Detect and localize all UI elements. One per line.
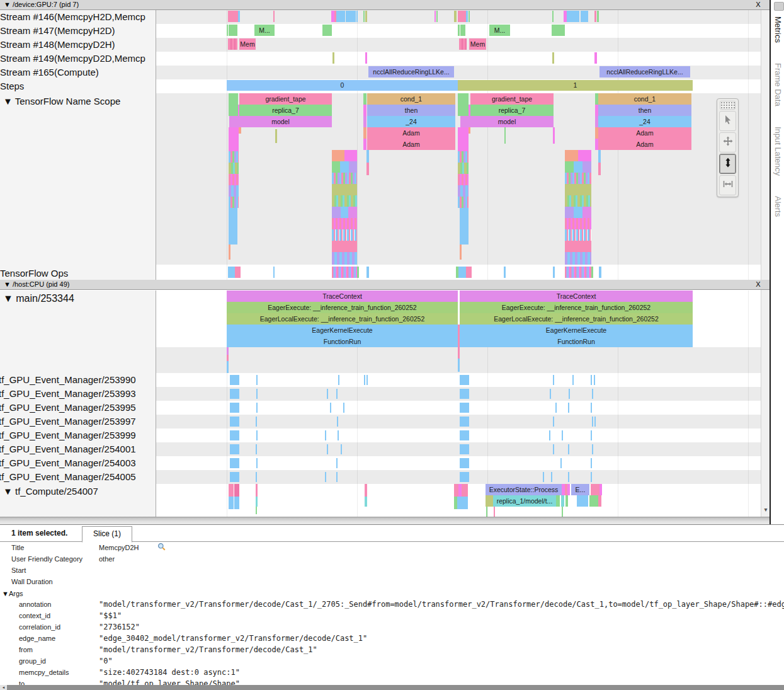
trace-slice[interactable] (230, 403, 239, 413)
trace-slice[interactable] (565, 161, 574, 173)
sidebar-tab-frame-data[interactable]: Frame Data (771, 63, 784, 106)
trace-slice[interactable] (229, 25, 237, 36)
trace-slice[interactable] (332, 150, 344, 161)
trace-slice[interactable]: EagerExecute: __inference_train_function… (460, 302, 693, 313)
trace-slice[interactable] (256, 497, 258, 507)
trace-slice[interactable] (460, 417, 469, 427)
trace-slice[interactable] (567, 484, 570, 495)
trace-slice[interactable] (332, 173, 357, 184)
trace-slice[interactable] (230, 417, 239, 427)
trace-slice[interactable] (459, 38, 467, 50)
trace-slice[interactable] (460, 403, 469, 413)
trace-slice[interactable]: FunctionRun (460, 336, 693, 347)
trace-slice[interactable] (565, 150, 578, 161)
trace-slice[interactable] (552, 11, 554, 22)
trace-slice[interactable] (330, 403, 331, 413)
trace-slice[interactable] (582, 161, 591, 173)
trace-slice[interactable] (594, 417, 596, 427)
trace-slice[interactable]: Mem (469, 38, 486, 50)
trace-slice[interactable] (227, 347, 229, 355)
trace-slice[interactable]: M... (489, 25, 510, 36)
trace-slice[interactable] (322, 25, 332, 36)
trace-slice[interactable] (336, 472, 338, 482)
trace-slice[interactable] (592, 444, 593, 454)
magnifier-icon[interactable] (157, 543, 166, 552)
scrollbar-thumb[interactable] (7, 685, 784, 690)
trace-slice[interactable] (543, 472, 544, 482)
trace-slice[interactable] (238, 11, 240, 22)
trace-slice[interactable] (486, 507, 487, 517)
trace-slice[interactable] (229, 151, 239, 163)
trace-slice[interactable] (348, 207, 357, 218)
trace-slice[interactable] (332, 267, 357, 278)
trace-slice[interactable] (458, 359, 460, 372)
trace-slice[interactable] (494, 507, 495, 517)
trace-slice[interactable]: Adam (367, 127, 455, 139)
trace-slice[interactable]: _24 (598, 116, 691, 127)
trace-slice[interactable] (336, 458, 338, 468)
trace-slice[interactable] (364, 375, 365, 385)
trace-slice[interactable] (486, 495, 493, 507)
trace-slice[interactable] (553, 267, 555, 278)
trace-slice[interactable] (460, 458, 469, 468)
trace-slice[interactable] (598, 163, 601, 175)
trace-slice[interactable] (591, 472, 592, 482)
trace-slice[interactable]: FunctionRun (227, 336, 458, 347)
sidebar-tab-input-latency[interactable]: Input Latency (771, 127, 784, 176)
trace-slice[interactable] (332, 161, 340, 173)
selection-tool-button[interactable] (719, 111, 736, 131)
trace-slice[interactable] (365, 484, 367, 497)
trace-slice[interactable] (325, 430, 326, 440)
trace-slice[interactable] (229, 244, 230, 260)
trace-slice[interactable]: gradient_tape (470, 93, 554, 105)
trace-slice[interactable] (275, 129, 277, 143)
trace-slice[interactable] (591, 267, 593, 278)
trace-slice[interactable] (234, 497, 239, 509)
trace-slice[interactable] (256, 417, 257, 427)
trace-slice[interactable]: M... (254, 25, 275, 36)
trace-slice[interactable] (469, 127, 470, 134)
trace-slice[interactable] (568, 403, 569, 413)
trace-slice[interactable] (363, 105, 366, 116)
gpu-section-header[interactable]: ▼ /device:GPU:7 (pid 7) X (0, 0, 770, 10)
trace-slice[interactable] (340, 161, 349, 173)
bottom-horizontal-scrollbar[interactable]: ◂ (0, 685, 784, 690)
trace-slice[interactable] (332, 52, 334, 64)
trace-slice[interactable] (460, 444, 469, 454)
trace-slice[interactable] (504, 267, 506, 278)
trace-slice[interactable] (332, 184, 357, 195)
trace-slice[interactable] (234, 484, 239, 497)
trace-slice[interactable]: Adam (367, 139, 455, 150)
trace-slice[interactable] (591, 430, 592, 440)
trace-slice[interactable] (562, 430, 563, 440)
trace-slice[interactable] (592, 389, 593, 399)
trace-slice[interactable] (569, 389, 570, 399)
trace-slice[interactable] (273, 11, 275, 22)
trace-slice[interactable]: then (367, 105, 455, 116)
trace-slice[interactable] (458, 151, 469, 163)
trace-slice[interactable] (227, 361, 229, 373)
trace-slice[interactable] (256, 444, 257, 454)
trace-slice[interactable] (553, 444, 554, 454)
trace-slice[interactable] (332, 218, 357, 229)
trace-slice[interactable] (332, 195, 357, 207)
trace-slice[interactable] (460, 375, 469, 385)
trace-slice[interactable] (556, 495, 560, 507)
trace-slice[interactable] (229, 185, 239, 197)
trace-slice[interactable] (336, 389, 338, 399)
trace-slice[interactable] (458, 127, 469, 151)
trace-slice[interactable]: 1 (458, 80, 693, 91)
trace-slice[interactable]: model (229, 116, 332, 127)
trace-slice[interactable] (504, 127, 506, 144)
trace-slice[interactable] (458, 93, 469, 116)
cpu-section-header[interactable]: ▼ /host:CPU (pid 49) X (0, 280, 770, 290)
sidebar-scroll-button[interactable] (774, 2, 784, 11)
args-section-header[interactable]: ▼Args (0, 587, 784, 599)
trace-slice[interactable] (327, 389, 328, 399)
trace-slice[interactable]: replica_1/model/t... (493, 495, 556, 507)
trace-slice[interactable] (230, 458, 239, 468)
trace-slice[interactable] (552, 52, 554, 64)
trace-slice[interactable] (457, 497, 462, 509)
trace-slice[interactable]: _24 (367, 116, 455, 127)
timing-tool-button[interactable] (719, 175, 736, 195)
